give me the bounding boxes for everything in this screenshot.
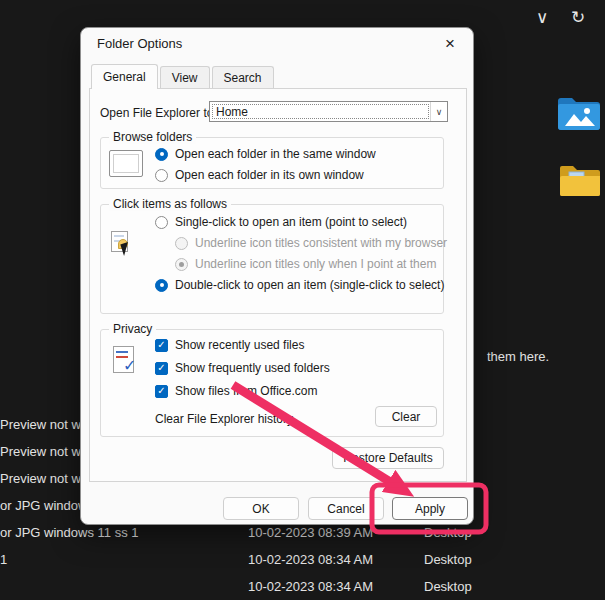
file-row[interactable]: 1 10-02-2023 08:34 AM Desktop <box>0 547 605 574</box>
single-click-icon <box>111 231 139 263</box>
file-name: Preview not w <box>0 444 81 459</box>
option-label: Show frequently used folders <box>175 361 330 375</box>
option-label: Show files from Office.com <box>175 384 318 398</box>
radio-indicator <box>175 237 188 250</box>
refresh-icon[interactable]: ↻ <box>571 7 585 29</box>
group-privacy: Privacy ✓ ✓ Show recently used files ✓ S… <box>100 329 444 437</box>
file-name: or JPG windows 11 ss 1 <box>0 525 138 540</box>
file-location: Desktop <box>424 552 472 567</box>
option-label: Open each folder in its own window <box>175 168 364 182</box>
radio-option-double-click[interactable]: Double-click to open an item (single-cli… <box>155 278 444 292</box>
open-to-combobox[interactable]: Home ∨ <box>209 101 448 122</box>
tab-bar: General View Search <box>91 66 276 88</box>
combo-focus-rect <box>212 104 429 119</box>
file-name: 1 <box>0 552 7 567</box>
chevron-down-icon[interactable]: ∨ <box>430 102 447 121</box>
radio-indicator <box>175 258 188 271</box>
option-label: Single-click to open an item (point to s… <box>175 215 407 229</box>
radio-option-own-window[interactable]: Open each folder in its own window <box>155 168 364 182</box>
option-label: Show recently used files <box>175 338 304 352</box>
file-location: Desktop <box>424 579 472 594</box>
tab-search[interactable]: Search <box>212 66 274 88</box>
radio-option-underline-point: Underline icon titles only when I point … <box>175 257 436 271</box>
file-row[interactable]: 10-02-2023 08:34 AM Desktop <box>0 574 605 600</box>
clear-button[interactable]: Clear <box>375 406 437 427</box>
file-date: 10-02-2023 08:34 AM <box>248 579 373 594</box>
file-name: or JPG window <box>0 498 87 513</box>
group-title: Browse folders <box>109 130 196 144</box>
dialog-title: Folder Options <box>97 36 182 51</box>
file-name: Preview not w <box>0 471 81 486</box>
group-browse-folders: Browse folders Open each folder in the s… <box>100 137 444 189</box>
group-title: Privacy <box>109 322 156 336</box>
apply-button[interactable]: Apply <box>392 497 468 520</box>
open-to-label: Open File Explorer to: <box>100 106 217 120</box>
radio-option-single-click[interactable]: Single-click to open an item (point to s… <box>155 215 407 229</box>
option-label: Double-click to open an item (single-cli… <box>175 278 444 292</box>
clear-history-label: Clear File Explorer history <box>155 412 293 426</box>
close-button[interactable]: × <box>440 32 460 56</box>
folder-window-icon <box>109 150 143 177</box>
group-click-items: Click items as follows Single-click to o… <box>100 204 444 314</box>
radio-indicator <box>155 148 168 161</box>
radio-option-underline-browser: Underline icon titles consistent with my… <box>175 236 447 250</box>
group-title: Click items as follows <box>109 197 231 211</box>
option-label: Underline icon titles only when I point … <box>195 257 436 271</box>
drop-hint-text: them here. <box>487 349 549 364</box>
checkbox-indicator: ✓ <box>155 362 168 375</box>
privacy-icon: ✓ <box>111 346 141 378</box>
general-tab-panel: Open File Explorer to: Home ∨ Browse fol… <box>89 88 467 482</box>
tab-view[interactable]: View <box>160 66 210 88</box>
file-date: 10-02-2023 08:39 AM <box>248 525 373 540</box>
pictures-folder-icon[interactable] <box>556 93 602 133</box>
checkbox-show-recent-files[interactable]: ✓ Show recently used files <box>155 338 304 352</box>
ok-button[interactable]: OK <box>223 497 299 520</box>
radio-indicator <box>155 279 168 292</box>
checkbox-indicator: ✓ <box>155 385 168 398</box>
radio-indicator <box>155 169 168 182</box>
file-location: Desktop <box>424 525 472 540</box>
radio-indicator <box>155 216 168 229</box>
file-name: Preview not w <box>0 417 81 432</box>
tab-general[interactable]: General <box>91 64 158 89</box>
option-label: Open each folder in the same window <box>175 147 376 161</box>
screenshots-folder-icon[interactable] <box>558 162 602 200</box>
cancel-button[interactable]: Cancel <box>308 497 384 520</box>
file-date: 10-02-2023 08:34 AM <box>248 552 373 567</box>
restore-defaults-button[interactable]: Restore Defaults <box>332 447 444 469</box>
checkbox-show-frequent-folders[interactable]: ✓ Show frequently used folders <box>155 361 330 375</box>
checkbox-show-office-files[interactable]: ✓ Show files from Office.com <box>155 384 318 398</box>
desktop-background: ∨ ↻ them here. Preview not w Preview not… <box>0 0 605 600</box>
option-label: Underline icon titles consistent with my… <box>195 236 447 250</box>
checkbox-indicator: ✓ <box>155 339 168 352</box>
radio-option-same-window[interactable]: Open each folder in the same window <box>155 147 376 161</box>
chevron-down-icon[interactable]: ∨ <box>536 7 548 29</box>
folder-options-dialog: Folder Options × General View Search Ope… <box>80 27 474 525</box>
